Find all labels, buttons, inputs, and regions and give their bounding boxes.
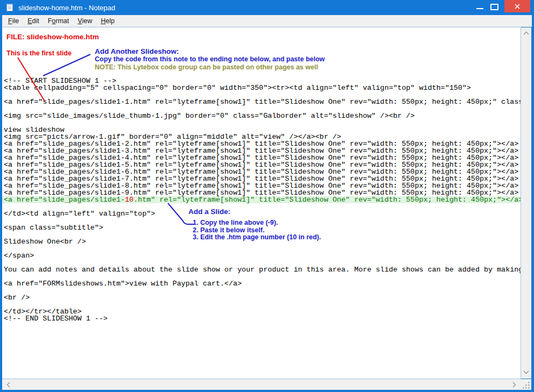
minimize-icon [476,8,483,9]
scroll-left-icon[interactable] [5,380,12,389]
code-line [2,245,521,252]
maximize-icon [490,4,498,10]
close-icon [514,3,521,10]
annotation-add-slide-step: 2. Paste it below itself. [193,227,321,234]
code-line: <a href="slide_pages/slide1-1.htm" rel="… [2,98,521,105]
menu-file[interactable]: File [4,17,23,25]
minimize-button[interactable] [473,0,487,12]
title-bar[interactable]: slideshow-home.htm - Notepad [0,0,534,15]
resize-grip[interactable] [521,379,531,390]
annotation-add-slide-step: 1. Copy the line above (-9). [193,219,321,227]
annotation-add-slide-title: Add a Slide: [188,208,321,216]
notepad-window: { "window": { "title": "slideshow-home.h… [0,0,534,392]
code-line: <table cellpadding="5" cellspacing="0" b… [2,84,521,91]
notepad-icon [5,3,14,12]
annotation-file-heading: FILE: slideshow-home.htm [6,33,99,41]
annotation-add-slide: Add a Slide: 1. Copy the line above (-9)… [188,208,321,241]
scroll-right-icon[interactable] [510,380,518,389]
window-title: slideshow-home.htm - Notepad [18,0,115,15]
code-line [2,119,521,126]
code-line: <!-- END SLIDESHOW 1 --> [2,315,521,322]
menu-bar: File Edit Format View Help [2,15,532,27]
close-button[interactable] [504,0,530,12]
text-editor[interactable]: <!-- START SLIDESHOW 1 --><table cellpad… [2,27,521,379]
code-line: <a href="FORMslideshows.htm">view with P… [2,280,521,287]
highlighted-page-number: 10 [125,196,134,204]
scroll-down-icon[interactable] [522,368,531,376]
vertical-scrollbar[interactable] [521,27,531,379]
code-line: <br /> [2,294,521,301]
menu-format[interactable]: Format [44,17,74,25]
code-line: <img src="slide_images/slide_thumb-1.jpg… [2,112,521,119]
code-line: <a href="slide_pages/slide1-10.htm" rel=… [2,196,521,203]
code-line [2,287,521,294]
annotation-add-slide-steps: 1. Copy the line above (-9).2. Paste it … [188,219,321,241]
blue-pointer-line [43,54,90,76]
annotation-add-slideshow: Add Another Slideshow: Copy the code fro… [95,47,325,72]
resize-grip-icon [521,379,531,390]
horizontal-scrollbar[interactable] [2,379,521,390]
code-line: You can add notes and details about the … [2,266,521,273]
annotation-first-slide: This is the first slide [6,49,72,57]
menu-view[interactable]: View [73,17,96,25]
annotation-add-slideshow-note: NOTE: This Lytebox code group can be pas… [95,63,325,72]
maximize-button[interactable] [487,0,501,12]
scroll-up-icon[interactable] [522,30,531,37]
code-line: </span> [2,252,521,259]
annotation-add-slideshow-line: Copy the code from this note to the endi… [95,55,325,63]
menu-help[interactable]: Help [96,17,119,25]
annotation-add-slideshow-title: Add Another Slideshow: [95,47,325,55]
menu-edit[interactable]: Edit [23,17,44,25]
annotation-add-slide-step: 3. Edit the .htm page number (10 in red)… [193,234,321,241]
code-lines: <!-- START SLIDESHOW 1 --><table cellpad… [2,77,521,322]
